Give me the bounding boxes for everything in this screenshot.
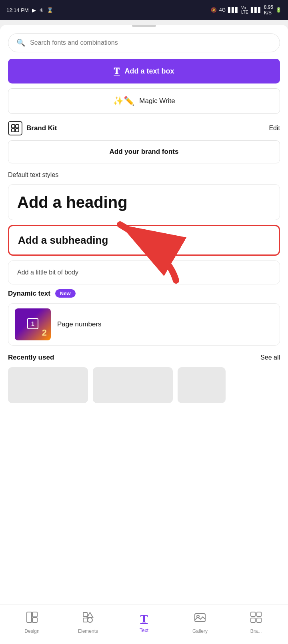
svg-rect-7 [32, 618, 37, 622]
search-icon: 🔍 [16, 38, 25, 47]
svg-rect-16 [251, 618, 255, 622]
brand-kit-icon [8, 121, 22, 135]
svg-rect-17 [257, 618, 261, 622]
nav-label-gallery: Gallery [192, 628, 208, 634]
nav-item-elements[interactable]: Elements [60, 611, 116, 634]
recently-used-row: Recently used See all [8, 354, 280, 362]
brand-icon [250, 611, 262, 626]
nav-item-gallery[interactable]: Gallery [172, 611, 228, 634]
bottom-nav: Design Elements T Text Gallery [0, 604, 288, 644]
status-left: 12:14 PM ▶ ✳ ⌛ [6, 7, 53, 13]
svg-rect-2 [12, 129, 15, 132]
dynamic-text-row: Dynamic text New [8, 289, 280, 298]
design-icon [26, 611, 38, 626]
status-right: 🔕 4G ▋▋▋ VoLTE ▋▋▋ 8.95K/S 🔋 [211, 4, 282, 16]
thumb-box-1: 1 [27, 318, 38, 329]
heading-card[interactable]: Add a heading [8, 184, 280, 220]
recently-used-label: Recently used [8, 354, 54, 362]
battery: 🔋 [276, 7, 282, 13]
network-4g: 4G [219, 7, 226, 13]
add-text-box-button[interactable]: 𝐓 Add a text box [8, 59, 280, 83]
thumb-num-2: 2 [42, 328, 47, 338]
add-brand-fonts-label: Add your brand fonts [110, 148, 179, 156]
mute-icon: 🔕 [211, 7, 217, 13]
nav-item-text[interactable]: T Text [116, 612, 172, 633]
timer-icon: ⌛ [47, 7, 53, 13]
svg-rect-5 [27, 612, 32, 622]
svg-rect-8 [83, 612, 87, 616]
recently-used-item-3[interactable] [178, 367, 226, 403]
drag-handle[interactable] [132, 25, 156, 27]
recently-used-items [8, 367, 280, 403]
edit-brand-kit-link[interactable]: Edit [269, 125, 280, 132]
text-box-icon: 𝐓 [114, 66, 120, 76]
recently-used-item-1[interactable] [8, 367, 88, 403]
svg-rect-15 [257, 612, 261, 616]
location-icon: ▶ [32, 7, 36, 13]
body-text: Add a little bit of body [17, 269, 78, 276]
signal-bars-2: ▋▋▋ [251, 7, 262, 13]
nav-label-text: Text [140, 628, 148, 633]
brand-kit-left: Brand Kit [8, 121, 57, 135]
default-text-styles-label: Default text styles [8, 171, 280, 179]
page-numbers-card[interactable]: 1 2 Page numbers [8, 303, 280, 346]
main-panel: 🔍 𝐓 Add a text box ✨✏️ Magic Write Brand… [0, 25, 288, 644]
body-card[interactable]: Add a little bit of body [8, 260, 280, 284]
elements-icon [82, 611, 94, 626]
brand-kit-row: Brand Kit Edit [8, 121, 280, 135]
subheading-card[interactable]: Add a subheading [8, 225, 280, 256]
nav-label-brand: Bra... [250, 628, 262, 634]
add-brand-fonts-button[interactable]: Add your brand fonts [8, 140, 280, 163]
thumb-num-1: 1 [31, 320, 34, 327]
new-badge: New [55, 289, 76, 298]
time: 12:14 PM [6, 7, 29, 13]
text-icon: T [140, 612, 148, 625]
page-numbers-thumbnail: 1 2 [15, 308, 51, 340]
signal-bars: ▋▋▋ [228, 7, 239, 13]
svg-rect-3 [16, 129, 19, 132]
svg-marker-9 [87, 612, 93, 617]
svg-point-10 [88, 618, 92, 622]
svg-rect-14 [251, 612, 255, 616]
status-bar: 12:14 PM ▶ ✳ ⌛ 🔕 4G ▋▋▋ VoLTE ▋▋▋ 8.95K/… [0, 0, 288, 20]
gallery-icon [194, 611, 206, 626]
bluetooth-icon: ✳ [39, 7, 44, 13]
subheading-text: Add a subheading [18, 234, 108, 246]
thumb-inner: 1 2 [15, 308, 51, 340]
dynamic-text-label: Dynamic text [8, 290, 50, 298]
recently-used-item-2[interactable] [93, 367, 173, 403]
nav-item-design[interactable]: Design [4, 611, 60, 634]
volte-icon: VoLTE [241, 6, 248, 14]
heading-text: Add a heading [17, 193, 128, 211]
svg-rect-11 [83, 618, 87, 622]
nav-label-design: Design [24, 628, 39, 634]
see-all-link[interactable]: See all [260, 354, 280, 361]
svg-rect-6 [32, 612, 37, 617]
search-bar[interactable]: 🔍 [8, 33, 280, 52]
search-input[interactable] [30, 39, 272, 46]
page-numbers-label: Page numbers [57, 320, 102, 328]
brand-kit-label: Brand Kit [26, 124, 57, 132]
nav-label-elements: Elements [78, 628, 98, 634]
speed: 8.95K/S [264, 4, 273, 16]
nav-item-brand[interactable]: Bra... [228, 611, 284, 634]
add-text-box-label: Add a text box [124, 67, 174, 76]
svg-rect-0 [12, 125, 15, 128]
svg-rect-1 [16, 125, 19, 128]
magic-write-label: Magic Write [139, 97, 175, 105]
magic-write-icon: ✨✏️ [113, 96, 134, 106]
magic-write-button[interactable]: ✨✏️ Magic Write [8, 88, 280, 114]
